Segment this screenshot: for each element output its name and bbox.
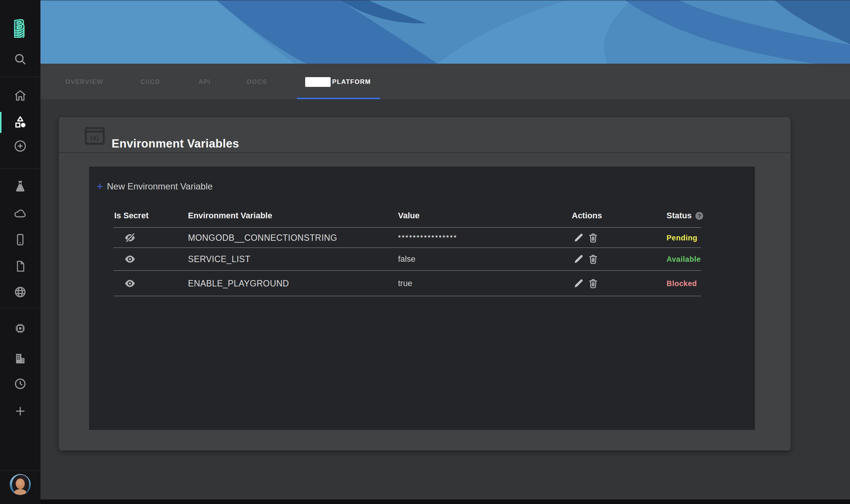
sidebar-item-search[interactable] [0,48,40,70]
building-icon [13,352,27,365]
secret-toggle[interactable] [122,232,137,243]
chip-icon [13,322,27,335]
shapes-icon [13,115,27,130]
delete-button[interactable] [588,232,599,243]
sidebar-item-cloud[interactable] [0,202,40,225]
sidebar-item-new[interactable] [0,400,40,422]
sidebar-item-history[interactable] [0,373,40,395]
home-icon [13,89,27,102]
pencil-icon [573,232,584,243]
sidebar-divider [0,470,40,471]
sidebar: B B B B B [0,0,40,504]
pencil-icon [573,278,584,289]
mobile-icon [13,233,27,247]
status-badge: Blocked [667,279,697,288]
status-badge: Available [667,255,701,264]
sidebar-divider [0,308,40,308]
plus-circle-icon [13,139,27,153]
search-icon [13,52,27,66]
user-avatar[interactable] [10,474,31,495]
delete-button[interactable] [588,278,599,289]
document-icon [14,259,27,273]
sidebar-item-experiments[interactable] [0,175,40,197]
trash-icon [588,232,599,243]
env-variables-panel: + New Environment Variable Is Secret Env… [89,167,755,430]
variable-value: **************** [398,234,457,242]
sidebar-item-compute[interactable] [0,317,40,340]
page-title: Environment Variables [112,134,239,154]
flask-icon [13,179,27,193]
status-header-label: Status [667,210,692,221]
tab-docs[interactable]: DOCS [247,77,267,87]
sidebar-item-services[interactable] [0,111,40,134]
edit-button[interactable] [573,253,584,265]
tab-overview[interactable]: OVERVIEW [65,77,103,87]
column-header-variable: Environment Variable [188,210,272,221]
eye-icon [122,253,137,265]
bottom-bar [0,500,850,504]
tab-cicd[interactable]: CI/CD [140,77,160,87]
eye-icon [122,278,137,289]
active-tab-indicator [297,98,380,99]
tab-api[interactable]: API [198,77,210,87]
banner-art [40,0,850,64]
card-header-divider [59,152,790,153]
sidebar-logo[interactable]: B B B B B [0,13,40,37]
env-variables-table: Is Secret Environment Variable Value Act… [113,167,701,430]
status-badge: Pending [667,233,697,242]
secret-toggle[interactable] [122,278,137,289]
column-header-value: Value [398,210,419,221]
table-row: ENABLE_PLAYGROUND true Blocked [113,271,701,296]
variable-name: ENABLE_PLAYGROUND [188,278,289,288]
variable-value: false [398,254,415,264]
sidebar-item-web[interactable] [0,281,40,303]
sidebar-divider [0,77,40,77]
hero-banner [40,0,850,64]
sidebar-item-add[interactable] [0,135,40,157]
svg-text:(X): (X) [91,135,99,141]
avatar-body [14,489,26,495]
status-help-icon[interactable]: ? [695,212,703,220]
eye-off-icon [122,232,137,243]
column-header-status: Status ? [667,210,703,221]
avatar-face [16,479,25,489]
delete-button[interactable] [588,253,599,265]
tab-platform-label: PLATFORM [332,77,371,87]
cloud-icon [13,207,28,220]
tab-bar: OVERVIEW CI/CD API DOCS PLATFORM [40,64,850,99]
table-row: SERVICE_LIST false Available [113,248,701,271]
variable-name: MONGODB__CONNECTIONSTRING [188,233,337,243]
env-window-icon: (X) [85,127,105,145]
card-header: (X) Environment Variables [59,117,790,152]
svg-text:B: B [14,16,25,34]
sidebar-item-mobile[interactable] [0,228,40,251]
sidebar-item-document[interactable] [0,255,40,277]
column-header-actions: Actions [572,210,602,221]
plus-icon: + [97,181,103,192]
sidebar-item-organization[interactable] [0,347,40,370]
edit-button[interactable] [573,232,584,243]
globe-icon [13,285,27,299]
environment-variables-card: (X) Environment Variables + New Environm… [59,117,790,450]
table-row: MONGODB__CONNECTIONSTRING **************… [113,228,701,248]
trash-icon [588,253,599,265]
column-header-is-secret: Is Secret [114,210,149,221]
sidebar-divider [0,168,40,169]
pencil-icon [573,253,584,265]
plus-icon [13,404,27,418]
tab-platform[interactable]: PLATFORM [305,77,371,87]
tab-logo-box [305,77,331,87]
edit-button[interactable] [573,278,584,289]
clock-icon [13,377,27,391]
variable-value: true [398,279,412,288]
trash-icon [588,278,599,289]
stacked-b-logo-icon: B B B B B [9,13,32,38]
variable-name: SERVICE_LIST [188,254,251,264]
secret-toggle[interactable] [122,253,137,265]
sidebar-item-home[interactable] [0,84,40,107]
